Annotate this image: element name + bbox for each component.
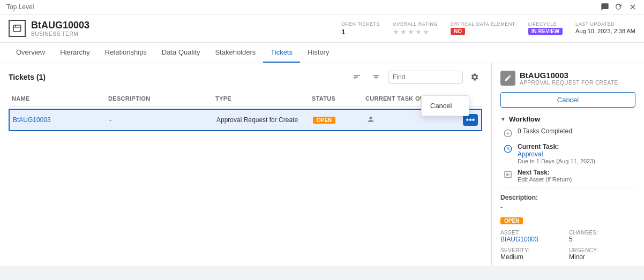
urgency-item: Urgency: Minor — [569, 247, 635, 261]
row-desc: - — [106, 114, 213, 126]
open-tickets-value: 1 — [341, 28, 345, 36]
workflow-header[interactable]: ▼ Workflow — [500, 115, 635, 123]
right-title-block: BtAUG10003 APPROVAL REQUEST FOR CREATE — [520, 71, 618, 86]
tasks-completed-text: 0 Tasks Completed — [518, 127, 572, 135]
entity-icon — [9, 20, 26, 37]
row-status: OPEN — [310, 114, 363, 126]
next-task-label: Next Task: — [518, 169, 572, 176]
current-task-link[interactable]: Approval — [518, 150, 595, 158]
header-right: OPEN TICKETS 1 OVERALL RATING ★ ★ ★ ★ ★ … — [341, 21, 635, 36]
tab-data-quality[interactable]: Data Quality — [154, 43, 208, 63]
right-title: BtAUG10003 — [520, 71, 618, 80]
divider-1 — [500, 188, 635, 188]
lifecycle-label: LIFECYCLE — [528, 21, 557, 27]
lifecycle-meta: LIFECYCLE IN REVIEW — [528, 21, 563, 35]
critical-label: CRITICAL DATA ELEMENT — [451, 21, 515, 27]
entity-subtitle: Business Term — [31, 31, 89, 37]
top-bar-icons — [600, 2, 638, 12]
search-input[interactable] — [388, 71, 463, 84]
chevron-down-icon: ▼ — [500, 116, 506, 122]
header-bar: BtAUG10003 Business Term OPEN TICKETS 1 … — [0, 14, 644, 43]
tab-history[interactable]: History — [300, 43, 336, 63]
nav-tabs: Overview Hierarchy Relationships Data Qu… — [0, 43, 644, 63]
pencil-icon — [500, 71, 515, 86]
severity-label: Severity: — [500, 247, 567, 253]
last-updated-meta: LAST UPDATED Aug 10, 2023, 2:38 AM — [575, 21, 635, 34]
severity-value: Medium — [500, 253, 567, 261]
lifecycle-badge: IN REVIEW — [528, 28, 563, 35]
chat-icon[interactable] — [600, 2, 610, 12]
sort-button[interactable] — [349, 70, 364, 85]
svg-rect-6 — [505, 171, 511, 178]
table-row: BtAUG10003 - Approval Request for Create… — [9, 109, 482, 131]
urgency-label: Urgency: — [569, 247, 635, 253]
asset-label: Asset: — [500, 230, 567, 236]
severity-item: Severity: Medium — [500, 247, 567, 261]
right-panel: BtAUG10003 APPROVAL REQUEST FOR CREATE C… — [491, 63, 644, 266]
svg-rect-0 — [13, 25, 21, 32]
settings-button[interactable] — [467, 70, 482, 85]
asset-value[interactable]: BtAUG10003 — [500, 236, 567, 243]
dropdown-menu: Cancel — [421, 95, 469, 116]
asset-item: Asset: BtAUG10003 — [500, 230, 567, 243]
open-tickets-label: OPEN TICKETS — [341, 21, 380, 27]
next-task-icon — [503, 169, 513, 180]
filter-button[interactable] — [369, 70, 384, 85]
last-updated-value: Aug 10, 2023, 2:38 AM — [575, 28, 635, 34]
overall-rating-meta: OVERALL RATING ★ ★ ★ ★ ★ — [393, 21, 438, 36]
col-name: Name — [9, 93, 105, 104]
workflow-next-task: Next Task: Edit Asset (If Return) — [500, 169, 635, 183]
current-task-content: Current Task: Approval Due in 1 Days (Au… — [518, 143, 595, 164]
main-content: Tickets (1) Name Description Type Status… — [0, 63, 644, 266]
tab-relationships[interactable]: Relationships — [98, 43, 154, 63]
star-2: ★ — [400, 28, 407, 36]
top-bar: Top Level — [0, 0, 644, 14]
right-panel-header: BtAUG10003 APPROVAL REQUEST FOR CREATE — [500, 71, 635, 86]
critical-meta: CRITICAL DATA ELEMENT NO — [451, 21, 515, 35]
tab-hierarchy[interactable]: Hierarchy — [53, 43, 98, 63]
row-type: Approval Request for Create — [213, 114, 310, 126]
tickets-toolbar — [349, 70, 482, 85]
description-label: Description: — [500, 194, 635, 201]
next-task-content: Next Task: Edit Asset (If Return) — [518, 169, 572, 183]
urgency-value: Minor — [569, 253, 635, 261]
open-tickets-meta: OPEN TICKETS 1 — [341, 21, 380, 36]
refresh-icon[interactable] — [614, 2, 624, 12]
changes-value: 5 — [569, 236, 635, 243]
description-value: - — [500, 203, 635, 211]
workflow-section: ▼ Workflow 0 Tasks Completed Current Tas… — [500, 115, 635, 183]
star-5: ★ — [423, 28, 429, 36]
star-rating: ★ ★ ★ ★ ★ — [393, 28, 429, 36]
critical-badge: NO — [451, 28, 465, 35]
next-task-value: Edit Asset (If Return) — [518, 176, 572, 183]
current-task-due: Due in 1 Days (Aug 11, 2023) — [518, 158, 595, 164]
overall-rating-label: OVERALL RATING — [393, 21, 438, 27]
tab-overview[interactable]: Overview — [9, 43, 53, 63]
workflow-current-task: Current Task: Approval Due in 1 Days (Au… — [500, 143, 635, 164]
tickets-title: Tickets (1) — [9, 73, 46, 81]
star-3: ★ — [408, 28, 414, 36]
cancel-button[interactable]: Cancel — [500, 92, 635, 108]
entity-title: BtAUG10003 — [31, 20, 89, 31]
entity-title-block: BtAUG10003 Business Term — [31, 20, 89, 37]
svg-point-3 — [369, 116, 372, 119]
tab-stakeholders[interactable]: Stakeholders — [207, 43, 263, 63]
detail-grid: Asset: BtAUG10003 Changes: 5 Severity: M… — [500, 230, 635, 261]
last-updated-label: LAST UPDATED — [575, 21, 615, 27]
open-badge: OPEN — [500, 217, 523, 224]
status-badge: OPEN — [313, 117, 335, 124]
close-icon[interactable] — [628, 2, 638, 12]
col-desc: Description — [105, 93, 212, 104]
right-subtitle: APPROVAL REQUEST FOR CREATE — [520, 80, 618, 86]
dropdown-cancel[interactable]: Cancel — [422, 98, 469, 113]
header-left: BtAUG10003 Business Term — [9, 20, 89, 37]
changes-item: Changes: 5 — [569, 230, 635, 243]
changes-label: Changes: — [569, 230, 635, 236]
row-name[interactable]: BtAUG10003 — [10, 114, 106, 126]
breadcrumb: Top Level — [6, 3, 34, 11]
tasks-completed-icon — [503, 128, 513, 139]
current-task-label: Current Task: — [518, 143, 595, 150]
tab-tickets[interactable]: Tickets — [263, 43, 300, 63]
current-task-icon — [503, 143, 513, 154]
workflow-label: Workflow — [509, 115, 540, 123]
